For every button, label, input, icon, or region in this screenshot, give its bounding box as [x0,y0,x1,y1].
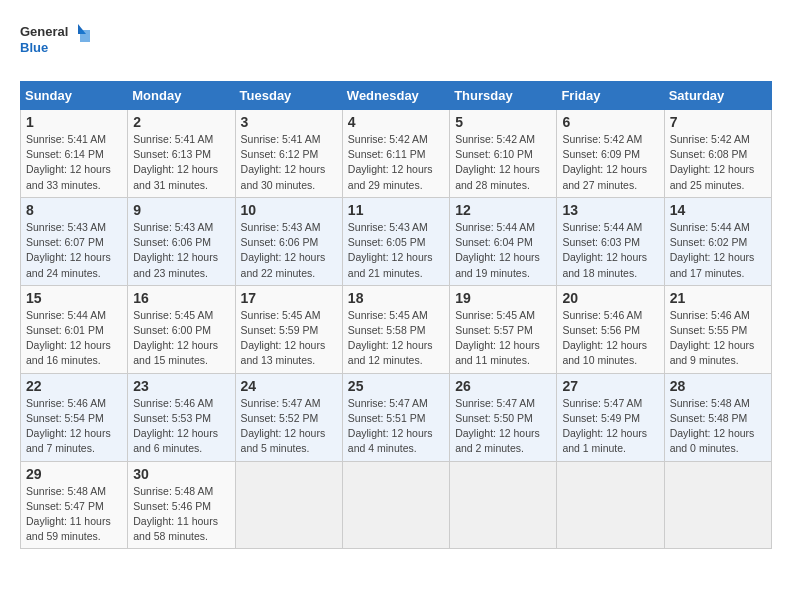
table-row: 29Sunrise: 5:48 AM Sunset: 5:47 PM Dayli… [21,461,128,549]
day-info: Sunrise: 5:46 AM Sunset: 5:54 PM Dayligh… [26,396,122,457]
day-info: Sunrise: 5:44 AM Sunset: 6:02 PM Dayligh… [670,220,766,281]
day-info: Sunrise: 5:45 AM Sunset: 5:57 PM Dayligh… [455,308,551,369]
col-header-thursday: Thursday [450,82,557,110]
col-header-saturday: Saturday [664,82,771,110]
table-row: 22Sunrise: 5:46 AM Sunset: 5:54 PM Dayli… [21,373,128,461]
col-header-monday: Monday [128,82,235,110]
day-info: Sunrise: 5:42 AM Sunset: 6:11 PM Dayligh… [348,132,444,193]
day-number: 19 [455,290,551,306]
table-row: 19Sunrise: 5:45 AM Sunset: 5:57 PM Dayli… [450,285,557,373]
table-row: 14Sunrise: 5:44 AM Sunset: 6:02 PM Dayli… [664,197,771,285]
table-row: 27Sunrise: 5:47 AM Sunset: 5:49 PM Dayli… [557,373,664,461]
logo: General Blue [20,20,90,65]
day-number: 26 [455,378,551,394]
page-header: General Blue [20,20,772,65]
day-number: 6 [562,114,658,130]
day-info: Sunrise: 5:44 AM Sunset: 6:04 PM Dayligh… [455,220,551,281]
day-info: Sunrise: 5:48 AM Sunset: 5:47 PM Dayligh… [26,484,122,545]
col-header-wednesday: Wednesday [342,82,449,110]
table-row: 24Sunrise: 5:47 AM Sunset: 5:52 PM Dayli… [235,373,342,461]
table-row: 28Sunrise: 5:48 AM Sunset: 5:48 PM Dayli… [664,373,771,461]
table-row: 11Sunrise: 5:43 AM Sunset: 6:05 PM Dayli… [342,197,449,285]
day-info: Sunrise: 5:43 AM Sunset: 6:07 PM Dayligh… [26,220,122,281]
day-number: 29 [26,466,122,482]
table-row: 5Sunrise: 5:42 AM Sunset: 6:10 PM Daylig… [450,110,557,198]
day-info: Sunrise: 5:43 AM Sunset: 6:06 PM Dayligh… [241,220,337,281]
table-row: 15Sunrise: 5:44 AM Sunset: 6:01 PM Dayli… [21,285,128,373]
day-number: 5 [455,114,551,130]
day-number: 2 [133,114,229,130]
col-header-tuesday: Tuesday [235,82,342,110]
day-number: 4 [348,114,444,130]
day-number: 14 [670,202,766,218]
day-info: Sunrise: 5:41 AM Sunset: 6:14 PM Dayligh… [26,132,122,193]
day-info: Sunrise: 5:45 AM Sunset: 6:00 PM Dayligh… [133,308,229,369]
day-info: Sunrise: 5:44 AM Sunset: 6:03 PM Dayligh… [562,220,658,281]
day-info: Sunrise: 5:43 AM Sunset: 6:05 PM Dayligh… [348,220,444,281]
day-number: 9 [133,202,229,218]
day-info: Sunrise: 5:47 AM Sunset: 5:52 PM Dayligh… [241,396,337,457]
day-number: 17 [241,290,337,306]
day-info: Sunrise: 5:46 AM Sunset: 5:56 PM Dayligh… [562,308,658,369]
table-row: 20Sunrise: 5:46 AM Sunset: 5:56 PM Dayli… [557,285,664,373]
day-number: 1 [26,114,122,130]
table-row: 1Sunrise: 5:41 AM Sunset: 6:14 PM Daylig… [21,110,128,198]
table-row: 13Sunrise: 5:44 AM Sunset: 6:03 PM Dayli… [557,197,664,285]
day-number: 27 [562,378,658,394]
table-row: 8Sunrise: 5:43 AM Sunset: 6:07 PM Daylig… [21,197,128,285]
day-info: Sunrise: 5:45 AM Sunset: 5:59 PM Dayligh… [241,308,337,369]
day-info: Sunrise: 5:47 AM Sunset: 5:51 PM Dayligh… [348,396,444,457]
day-info: Sunrise: 5:42 AM Sunset: 6:08 PM Dayligh… [670,132,766,193]
day-number: 12 [455,202,551,218]
table-row: 10Sunrise: 5:43 AM Sunset: 6:06 PM Dayli… [235,197,342,285]
day-number: 11 [348,202,444,218]
day-number: 16 [133,290,229,306]
logo-svg: General Blue [20,20,90,65]
table-row [557,461,664,549]
day-number: 18 [348,290,444,306]
table-row: 30Sunrise: 5:48 AM Sunset: 5:46 PM Dayli… [128,461,235,549]
table-row: 25Sunrise: 5:47 AM Sunset: 5:51 PM Dayli… [342,373,449,461]
day-number: 22 [26,378,122,394]
day-number: 15 [26,290,122,306]
svg-marker-3 [80,30,90,42]
svg-text:Blue: Blue [20,40,48,55]
day-info: Sunrise: 5:48 AM Sunset: 5:46 PM Dayligh… [133,484,229,545]
day-number: 3 [241,114,337,130]
table-row: 6Sunrise: 5:42 AM Sunset: 6:09 PM Daylig… [557,110,664,198]
table-row: 23Sunrise: 5:46 AM Sunset: 5:53 PM Dayli… [128,373,235,461]
table-row: 2Sunrise: 5:41 AM Sunset: 6:13 PM Daylig… [128,110,235,198]
table-row: 21Sunrise: 5:46 AM Sunset: 5:55 PM Dayli… [664,285,771,373]
day-number: 23 [133,378,229,394]
day-info: Sunrise: 5:42 AM Sunset: 6:10 PM Dayligh… [455,132,551,193]
day-number: 13 [562,202,658,218]
day-info: Sunrise: 5:41 AM Sunset: 6:12 PM Dayligh… [241,132,337,193]
table-row: 16Sunrise: 5:45 AM Sunset: 6:00 PM Dayli… [128,285,235,373]
day-info: Sunrise: 5:48 AM Sunset: 5:48 PM Dayligh… [670,396,766,457]
col-header-friday: Friday [557,82,664,110]
table-row [235,461,342,549]
table-row: 7Sunrise: 5:42 AM Sunset: 6:08 PM Daylig… [664,110,771,198]
day-number: 21 [670,290,766,306]
table-row [664,461,771,549]
day-info: Sunrise: 5:47 AM Sunset: 5:50 PM Dayligh… [455,396,551,457]
table-row: 3Sunrise: 5:41 AM Sunset: 6:12 PM Daylig… [235,110,342,198]
day-info: Sunrise: 5:44 AM Sunset: 6:01 PM Dayligh… [26,308,122,369]
table-row: 4Sunrise: 5:42 AM Sunset: 6:11 PM Daylig… [342,110,449,198]
day-info: Sunrise: 5:45 AM Sunset: 5:58 PM Dayligh… [348,308,444,369]
table-row [450,461,557,549]
day-number: 20 [562,290,658,306]
day-number: 10 [241,202,337,218]
col-header-sunday: Sunday [21,82,128,110]
day-info: Sunrise: 5:43 AM Sunset: 6:06 PM Dayligh… [133,220,229,281]
table-row: 26Sunrise: 5:47 AM Sunset: 5:50 PM Dayli… [450,373,557,461]
table-row: 17Sunrise: 5:45 AM Sunset: 5:59 PM Dayli… [235,285,342,373]
svg-text:General: General [20,24,68,39]
day-number: 8 [26,202,122,218]
day-number: 7 [670,114,766,130]
day-number: 25 [348,378,444,394]
day-info: Sunrise: 5:41 AM Sunset: 6:13 PM Dayligh… [133,132,229,193]
day-info: Sunrise: 5:46 AM Sunset: 5:55 PM Dayligh… [670,308,766,369]
day-number: 30 [133,466,229,482]
day-number: 28 [670,378,766,394]
